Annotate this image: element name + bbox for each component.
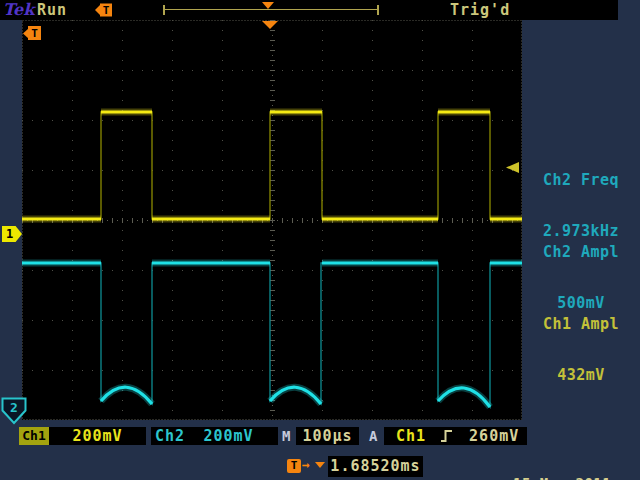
graticule-display: T <box>22 20 522 420</box>
delay-right-arrow-icon: → <box>302 457 310 472</box>
record-left-bracket <box>163 5 165 15</box>
datetime-display: 15 Mar 2011 16:48:54 <box>513 446 640 480</box>
readout-label: Ch2 Ampl <box>524 244 638 261</box>
record-right-bracket <box>377 5 379 15</box>
top-status-bar <box>0 0 618 20</box>
delay-t-icon: T <box>287 459 301 473</box>
trigger-status: Trig'd <box>450 1 510 19</box>
ch1-marker-label: 1 <box>6 227 13 241</box>
ch2-scale-value: 200mV <box>185 427 278 445</box>
oscilloscope-screen: Tek Run T Trig'd <box>0 0 640 480</box>
ch2-ground-marker: 2 <box>1 397 27 425</box>
delay-time-readout: 1.68520ms <box>328 456 423 477</box>
date-text: 15 Mar 2011 <box>513 476 640 480</box>
ch1-ground-marker: 1 <box>2 226 22 242</box>
acquisition-state: Run <box>37 1 67 19</box>
delay-down-triangle-icon <box>315 462 325 468</box>
trigger-t-left-arrow-icon: T <box>94 2 112 18</box>
trigger-source: Ch1 <box>396 427 426 445</box>
trigger-mode-label: A <box>369 428 377 444</box>
ch2-marker-label: 2 <box>10 400 18 415</box>
timebase-label: M <box>282 428 290 444</box>
trigger-t-letter: T <box>103 4 110 17</box>
svg-text:T: T <box>31 27 38 40</box>
rising-edge-slope-icon <box>440 429 453 443</box>
ch1-channel-tag: Ch1 <box>19 427 49 445</box>
readout-ch1-ampl: Ch1 Ampl 432mV <box>524 282 638 418</box>
tek-logo: Tek <box>3 0 34 19</box>
ch2-channel-tag: Ch2 <box>151 427 185 445</box>
timebase-readout: 100µs <box>296 427 359 445</box>
trigger-readout: Ch1 260mV <box>384 427 527 445</box>
readout-label: Ch2 Freq <box>524 172 638 189</box>
readout-value: 432mV <box>524 367 638 384</box>
record-trigger-position-icon <box>262 2 274 9</box>
ch2-scale-readout: Ch2 200mV <box>151 427 278 445</box>
ch1-scale-readout: 200mV <box>49 427 146 445</box>
readout-label: Ch1 Ampl <box>524 316 638 333</box>
trigger-level-value: 260mV <box>469 427 519 445</box>
record-view-bar <box>164 9 378 10</box>
